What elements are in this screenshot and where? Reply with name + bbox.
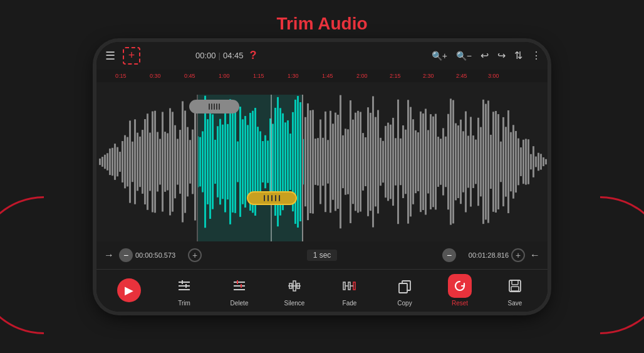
svg-rect-15 (348, 282, 350, 290)
svg-rect-20 (399, 283, 407, 293)
fade-button[interactable]: Fade (331, 274, 368, 307)
arrow-left-icon[interactable]: ← (527, 248, 543, 262)
tl-0-30: 0:30 (150, 73, 161, 79)
svg-rect-22 (512, 280, 518, 285)
zoom-control: 1 sec (204, 250, 440, 261)
silence-label: Silence (284, 300, 305, 307)
tl-1-30: 1:30 (288, 73, 299, 79)
fade-label: Fade (343, 300, 357, 307)
selection-handle-top[interactable] (189, 100, 239, 113)
tl-1-15: 1:15 (253, 73, 264, 79)
copy-button[interactable]: Copy (386, 274, 423, 307)
action-bar: ▶ Trim (96, 269, 548, 312)
copy-label: Copy (397, 300, 412, 307)
arc-decoration-right (531, 196, 644, 334)
play-icon-wrap: ▶ (117, 278, 141, 302)
trim-icon (177, 278, 192, 293)
silence-icon (287, 278, 302, 293)
handle-grip-top (209, 103, 220, 110)
time-separator: | (219, 51, 221, 60)
zoom-in-icon[interactable]: 🔍+ (432, 51, 447, 61)
playhead (271, 95, 272, 241)
waveform-canvas[interactable]: // We'll draw this inline via JS after l… (96, 82, 548, 241)
add-button[interactable]: + (123, 47, 140, 65)
tl-2-30: 2:30 (423, 73, 434, 79)
tl-1-45: 1:45 (322, 73, 333, 79)
tl-0-45: 0:45 (184, 73, 195, 79)
sort-icon[interactable]: ⇅ (514, 50, 522, 61)
delete-button[interactable]: Delete (221, 274, 258, 307)
copy-icon (397, 278, 412, 293)
zoom-level: 1 sec (307, 250, 338, 261)
title-audio: Audio (318, 14, 367, 33)
delete-icon (232, 278, 247, 293)
waveform-canvas-element (96, 82, 548, 241)
save-icon (507, 278, 522, 293)
arrow-right-icon[interactable]: → (101, 248, 117, 262)
reset-button[interactable]: Reset (441, 274, 479, 307)
trim-label: Trim (178, 300, 190, 307)
tl-3-00: 3:00 (488, 73, 499, 79)
copy-icon-wrap (393, 274, 417, 298)
delete-icon-wrap (227, 274, 251, 298)
right-minus-button[interactable]: − (442, 248, 456, 262)
handle-grip-bottom (263, 195, 281, 201)
trim-icon-wrap (172, 274, 196, 298)
question-mark[interactable]: ? (249, 49, 256, 62)
svg-rect-23 (511, 287, 519, 291)
time-display-area: 00:00 | 04:45 ? (145, 49, 427, 62)
timeline-ruler: 0:15 0:30 0:45 1:00 1:15 1:30 1:45 2:00 … (96, 70, 548, 82)
svg-rect-14 (343, 282, 345, 290)
undo-icon[interactable]: ↩ (480, 50, 489, 61)
tl-0-15: 0:15 (115, 73, 127, 79)
selection-handle-bottom[interactable] (247, 191, 297, 205)
delete-label: Delete (231, 300, 249, 307)
right-plus-button[interactable]: + (511, 248, 525, 262)
right-time-display: 00:01:28.816 (459, 251, 509, 259)
total-time: 04:45 (223, 51, 244, 60)
fade-icon-wrap (338, 274, 361, 298)
tl-2-00: 2:00 (356, 73, 368, 79)
controls-bar: → − 00:00:50.573 + 1 sec − 00:01:28.816 … (96, 241, 548, 269)
trim-button[interactable]: Trim (165, 274, 203, 307)
zoom-out-icon[interactable]: 🔍− (456, 51, 472, 61)
more-icon[interactable]: ⋮ (531, 50, 541, 61)
save-button[interactable]: Save (496, 274, 534, 307)
left-minus-button[interactable]: − (119, 248, 133, 262)
silence-button[interactable]: Silence (276, 274, 313, 307)
play-icon: ▶ (125, 283, 133, 297)
tl-1-00: 1:00 (219, 73, 230, 79)
svg-rect-16 (353, 282, 355, 290)
fade-icon (342, 278, 357, 293)
arc-decoration-left (0, 196, 113, 334)
current-time: 00:00 (195, 51, 216, 60)
reset-label: Reset (452, 300, 468, 307)
menu-button[interactable]: ☰ (103, 46, 118, 65)
reset-icon-wrap (448, 274, 472, 298)
waveform-area[interactable]: 0:15 0:30 0:45 1:00 1:15 1:30 1:45 2:00 … (96, 70, 548, 241)
selection-region[interactable] (197, 95, 303, 241)
reset-icon (453, 279, 467, 293)
page-title: Trim Audio (276, 14, 367, 34)
left-time-display: 00:00:50.573 (135, 251, 185, 259)
phone-frame: ☰ + 00:00 | 04:45 ? 🔍+ 🔍− ↩ ↪ ⇅ ⋮ 0:15 0… (96, 42, 548, 312)
save-icon-wrap (503, 274, 527, 298)
play-button[interactable]: ▶ (110, 278, 148, 302)
timeline-labels: 0:15 0:30 0:45 1:00 1:15 1:30 1:45 2:00 … (96, 70, 548, 82)
left-plus-button[interactable]: + (188, 248, 202, 262)
tl-2-45: 2:45 (456, 73, 467, 79)
topbar: ☰ + 00:00 | 04:45 ? 🔍+ 🔍− ↩ ↪ ⇅ ⋮ (96, 42, 548, 70)
title-trim: Trim (276, 14, 313, 33)
tl-2-15: 2:15 (390, 73, 401, 79)
redo-icon[interactable]: ↪ (497, 50, 506, 61)
topbar-icons: 🔍+ 🔍− ↩ ↪ ⇅ ⋮ (432, 50, 541, 61)
silence-icon-wrap (283, 274, 306, 298)
save-label: Save (508, 300, 522, 307)
